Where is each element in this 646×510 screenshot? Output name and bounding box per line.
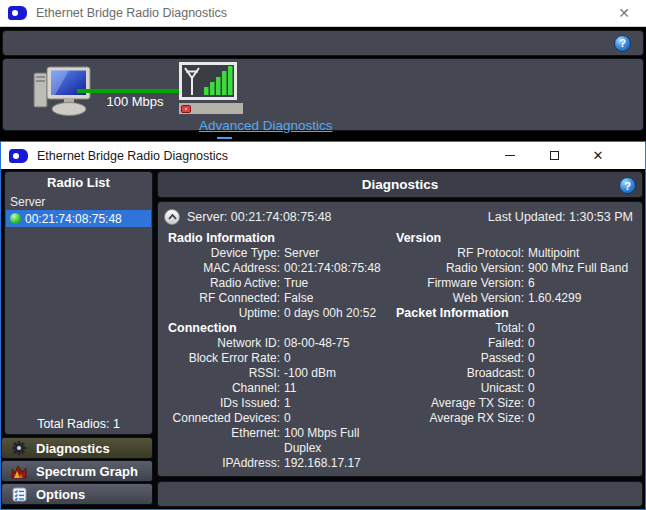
link-status-panel: 100 Mbps Advanced <box>2 58 644 131</box>
partial-link-remnant <box>217 137 232 139</box>
field-label: Radio Active: <box>168 276 280 291</box>
field-label: Passed: <box>396 351 524 366</box>
info-row: Block Error Rate:0 <box>168 351 396 366</box>
radio-mac-label: 00:21:74:08:75:48 <box>25 212 122 226</box>
info-row: Failed:0 <box>396 336 642 351</box>
nav-diagnostics-button[interactable]: Diagnostics <box>1 437 153 459</box>
field-label: Block Error Rate: <box>168 351 280 366</box>
field-label: Average TX Size: <box>396 396 524 411</box>
chevron-up-icon <box>168 214 177 220</box>
field-label: RF Protocol: <box>396 246 524 261</box>
advanced-diagnostics-link[interactable]: Advanced Diagnostics <box>199 118 333 133</box>
field-label: Unicast: <box>396 381 524 396</box>
field-value: False <box>284 291 313 306</box>
field-label: Channel: <box>168 381 280 396</box>
minimize-icon[interactable] <box>503 149 517 163</box>
radio-status-strip <box>179 103 243 114</box>
radio-signal-icon <box>179 62 237 100</box>
ethernet-speed-label: 100 Mbps <box>89 94 181 109</box>
window1-title: Ethernet Bridge Radio Diagnostics <box>36 6 610 20</box>
info-row: Device Type:Server <box>168 246 396 261</box>
field-value: 1.60.4299 <box>528 291 581 306</box>
help-icon[interactable]: ? <box>619 177 636 194</box>
info-row: Unicast:0 <box>396 381 642 396</box>
info-row: Ethernet:100 Mbps Full Duplex <box>168 426 396 456</box>
field-label: Ethernet: <box>168 426 280 456</box>
advanced-diagnostics-window: Ethernet Bridge Radio Diagnostics ✕ Radi… <box>0 141 646 510</box>
section-title-radio-information: Radio Information <box>168 231 396 246</box>
nav-options-label: Options <box>36 487 85 502</box>
diagnostics-columns: Radio Information Device Type:Server MAC… <box>158 231 642 471</box>
field-value: 192.168.17.17 <box>284 456 361 471</box>
signal-bars-icon <box>204 66 233 95</box>
section-title-connection: Connection <box>168 321 396 336</box>
bottom-strip <box>157 481 643 507</box>
info-row: Network ID:08-00-48-75 <box>168 336 396 351</box>
nav-options-button[interactable]: Options <box>1 483 153 505</box>
field-value: 0 <box>528 321 535 336</box>
close-icon[interactable]: ✕ <box>591 149 605 163</box>
field-value: Server <box>284 246 319 261</box>
info-row: IDs Issued:1 <box>168 396 396 411</box>
field-label: Web Version: <box>396 291 524 306</box>
info-row: Radio Active:True <box>168 276 396 291</box>
info-row: Broadcast:0 <box>396 366 642 381</box>
field-value: 0 days 00h 20:52 <box>284 306 376 321</box>
field-value: 1 <box>284 396 291 411</box>
maximize-icon[interactable] <box>547 149 561 163</box>
info-row: Passed:0 <box>396 351 642 366</box>
field-value: 08-00-48-75 <box>284 336 349 351</box>
field-label: Failed: <box>396 336 524 351</box>
sidebar-nav: Diagnostics Spectrum Graph <box>1 437 153 505</box>
field-label: Device Type: <box>168 246 280 261</box>
close-icon[interactable]: ✕ <box>610 5 638 21</box>
field-label: IPAddress: <box>168 456 280 471</box>
window2-titlebar[interactable]: Ethernet Bridge Radio Diagnostics ✕ <box>1 142 645 169</box>
field-label: MAC Address: <box>168 261 280 276</box>
field-value: 11 <box>284 381 296 396</box>
nav-spectrum-graph-label: Spectrum Graph <box>36 464 138 479</box>
left-column: Radio Information Device Type:Server MAC… <box>168 231 396 471</box>
field-value: 0 <box>528 366 535 381</box>
ethernet-link-line <box>77 89 181 93</box>
section-title-packet-information: Packet Information <box>396 306 642 321</box>
radio-online-icon <box>10 213 21 224</box>
window2-title: Ethernet Bridge Radio Diagnostics <box>37 149 503 163</box>
window1-titlebar[interactable]: Ethernet Bridge Radio Diagnostics ✕ <box>0 0 646 27</box>
alert-indicator-icon <box>181 105 191 113</box>
field-label: Broadcast: <box>396 366 524 381</box>
app-logo-icon <box>8 6 27 20</box>
field-label: Uptime: <box>168 306 280 321</box>
right-column: Version RF Protocol:Multipoint Radio Ver… <box>396 231 642 471</box>
last-updated-label: Last Updated: 1:30:53 PM <box>488 210 633 224</box>
field-value: 0 <box>528 336 535 351</box>
total-radios-label: Total Radios: 1 <box>5 417 152 431</box>
info-row: Uptime:0 days 00h 20:52 <box>168 306 396 321</box>
field-value: 900 Mhz Full Band <box>528 261 628 276</box>
radio-group-label: Server <box>10 195 152 209</box>
field-value: 0 <box>284 351 291 366</box>
field-label: Firmware Version: <box>396 276 524 291</box>
spectrum-graph-icon <box>11 463 27 479</box>
info-row: Web Version:1.60.4299 <box>396 291 642 306</box>
help-icon[interactable]: ? <box>614 35 631 52</box>
field-label: RSSI: <box>168 366 280 381</box>
info-row: MAC Address:00:21:74:08:75:48 <box>168 261 396 276</box>
options-list-icon <box>11 486 27 502</box>
field-value: 100 Mbps Full Duplex <box>284 426 396 456</box>
info-row: Channel:11 <box>168 381 396 396</box>
field-label: IDs Issued: <box>168 396 280 411</box>
collapse-button[interactable] <box>164 209 180 225</box>
diagnostics-panel: Server: 00:21:74:08:75:48 Last Updated: … <box>157 201 643 477</box>
window1-toolbar: ? <box>2 30 644 56</box>
server-summary-bar: Server: 00:21:74:08:75:48 Last Updated: … <box>158 202 642 226</box>
field-value: 0 <box>528 381 535 396</box>
info-row: Radio Version:900 Mhz Full Band <box>396 261 642 276</box>
server-summary-label: Server: 00:21:74:08:75:48 <box>187 210 332 224</box>
nav-spectrum-graph-button[interactable]: Spectrum Graph <box>1 460 153 482</box>
info-row: Average TX Size:0 <box>396 396 642 411</box>
field-value: 0 <box>528 351 535 366</box>
diagnostics-header: Diagnostics ? <box>157 171 643 198</box>
info-row: IPAddress:192.168.17.17 <box>168 456 396 471</box>
radio-list-item[interactable]: 00:21:74:08:75:48 <box>6 210 151 227</box>
